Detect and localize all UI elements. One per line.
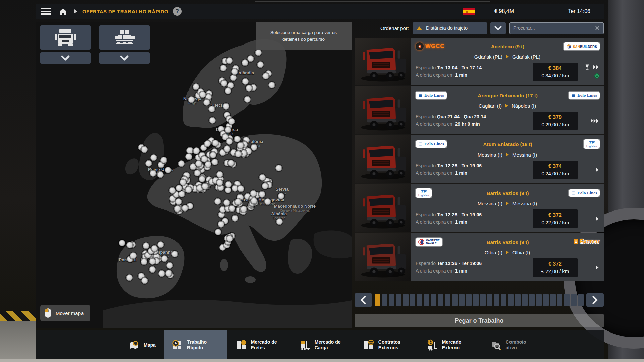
- job-marker[interactable]: [223, 103, 229, 110]
- nav-item-mercado-de-carga[interactable]: Mercado de Carga: [291, 330, 355, 359]
- page-tick-4[interactable]: [396, 294, 401, 306]
- cargo-filter-button[interactable]: [99, 25, 150, 50]
- job-marker[interactable]: [145, 160, 152, 167]
- sort-open-button[interactable]: [490, 22, 506, 34]
- nav-item-comboio-ativo[interactable]: Comboio ativo: [482, 330, 546, 359]
- job-marker[interactable]: [276, 218, 283, 225]
- page-tick-28[interactable]: [564, 294, 570, 306]
- clear-search-icon[interactable]: [595, 25, 600, 31]
- truck-filter-dropdown[interactable]: [40, 52, 91, 64]
- page-tick-18[interactable]: [494, 294, 499, 306]
- job-marker[interactable]: [166, 262, 173, 269]
- job-marker[interactable]: [210, 152, 216, 158]
- page-tick-25[interactable]: [543, 294, 549, 306]
- job-marker[interactable]: [235, 150, 242, 157]
- page-tick-11[interactable]: [445, 294, 450, 306]
- page-tick-21[interactable]: [515, 294, 521, 306]
- job-marker[interactable]: [126, 242, 133, 248]
- page-tick-24[interactable]: [536, 294, 542, 306]
- page-tick-26[interactable]: [550, 294, 556, 306]
- job-marker[interactable]: [201, 156, 208, 162]
- sort-dropdown[interactable]: Distância do trajeto: [413, 22, 487, 34]
- job-marker[interactable]: [237, 142, 244, 149]
- job-marker[interactable]: [244, 96, 251, 103]
- job-marker[interactable]: [262, 183, 268, 189]
- nav-item-contratos-externos[interactable]: Contratos Externos: [355, 330, 419, 359]
- nav-item-mercado-externo[interactable]: Mercado Externo: [419, 330, 482, 359]
- page-tick-7[interactable]: [417, 294, 422, 306]
- nav-item-mapa[interactable]: Mapa: [120, 330, 164, 359]
- home-button[interactable]: [58, 7, 68, 16]
- job-marker[interactable]: [180, 179, 186, 186]
- job-marker[interactable]: [242, 78, 249, 85]
- job-marker[interactable]: [157, 171, 164, 178]
- job-marker[interactable]: [175, 198, 182, 205]
- job-marker[interactable]: [218, 221, 224, 228]
- cargo-filter-dropdown[interactable]: [99, 52, 150, 64]
- job-marker[interactable]: [226, 235, 233, 242]
- job-marker[interactable]: [119, 240, 125, 246]
- page-tick-22[interactable]: [522, 294, 528, 306]
- job-marker[interactable]: [240, 206, 247, 213]
- page-tick-10[interactable]: [438, 294, 443, 306]
- job-marker[interactable]: [178, 160, 185, 167]
- search-input[interactable]: [513, 25, 595, 31]
- job-marker[interactable]: [169, 187, 176, 194]
- page-tick-8[interactable]: [424, 294, 429, 306]
- previous-page-button[interactable]: [355, 293, 372, 307]
- job-marker[interactable]: [216, 171, 223, 178]
- help-button[interactable]: ?: [173, 7, 182, 16]
- job-marker[interactable]: [278, 193, 284, 199]
- page-tick-14[interactable]: [466, 294, 472, 306]
- job-marker[interactable]: [211, 159, 218, 165]
- nav-item-trabalho-rapido[interactable]: Trabalho Rápido: [164, 330, 227, 359]
- job-marker[interactable]: [178, 191, 185, 197]
- job-marker[interactable]: [202, 183, 208, 190]
- page-tick-1[interactable]: [375, 294, 380, 306]
- job-marker[interactable]: [150, 170, 156, 177]
- truck-filter-button[interactable]: [40, 25, 91, 50]
- job-marker[interactable]: [185, 153, 192, 160]
- job-marker[interactable]: [176, 185, 182, 191]
- take-job-button[interactable]: Pegar o Trabalho: [355, 314, 604, 327]
- page-tick-20[interactable]: [508, 294, 514, 306]
- job-row[interactable]: Eolo Lines Atum Enlatado (18 t) TELogíst…: [355, 135, 604, 183]
- job-marker[interactable]: [130, 252, 137, 259]
- job-row[interactable]: WGCC Acetileno (9 t) SANBUILDERS Gdańsk …: [355, 38, 604, 85]
- page-tick-13[interactable]: [459, 294, 465, 306]
- job-marker[interactable]: [143, 242, 149, 249]
- page-tick-12[interactable]: [452, 294, 458, 306]
- job-marker[interactable]: [160, 157, 167, 163]
- nav-item-mercado-de-fretes[interactable]: Mercado de Fretes: [227, 330, 291, 359]
- page-tick-5[interactable]: [403, 294, 409, 306]
- menu-icon[interactable]: [41, 7, 51, 16]
- next-page-button[interactable]: [586, 293, 604, 307]
- job-marker[interactable]: [193, 147, 200, 154]
- page-tick-15[interactable]: [473, 294, 479, 306]
- job-marker[interactable]: [158, 270, 165, 277]
- job-marker[interactable]: [234, 136, 241, 142]
- page-tick-6[interactable]: [410, 294, 416, 306]
- job-marker[interactable]: [216, 179, 223, 186]
- job-marker[interactable]: [262, 73, 269, 79]
- job-marker[interactable]: [230, 74, 237, 81]
- page-tick-3[interactable]: [389, 294, 394, 306]
- job-marker[interactable]: [268, 82, 275, 88]
- page-tick-16[interactable]: [480, 294, 486, 306]
- page-tick-17[interactable]: [487, 294, 493, 306]
- job-marker[interactable]: [250, 190, 257, 197]
- job-row[interactable]: TELogística Barris Vazios (9 t) Eolo Lin…: [355, 184, 604, 232]
- job-map-panel[interactable]: FinlândiaNoruegaNorgeSuéciaDinamarcaDanm…: [36, 22, 352, 328]
- page-tick-23[interactable]: [529, 294, 535, 306]
- job-marker[interactable]: [199, 91, 206, 98]
- job-marker[interactable]: [151, 245, 158, 252]
- page-tick-30[interactable]: [578, 294, 584, 306]
- job-marker[interactable]: [247, 55, 254, 62]
- job-marker[interactable]: [235, 198, 241, 205]
- job-marker[interactable]: [255, 49, 262, 56]
- job-row[interactable]: Eolo Lines Arenque Defumado (17 t) Eolo …: [355, 86, 604, 134]
- job-marker[interactable]: [251, 144, 257, 151]
- job-marker[interactable]: [223, 199, 230, 206]
- job-marker[interactable]: [157, 241, 164, 248]
- page-tick-27[interactable]: [557, 294, 563, 306]
